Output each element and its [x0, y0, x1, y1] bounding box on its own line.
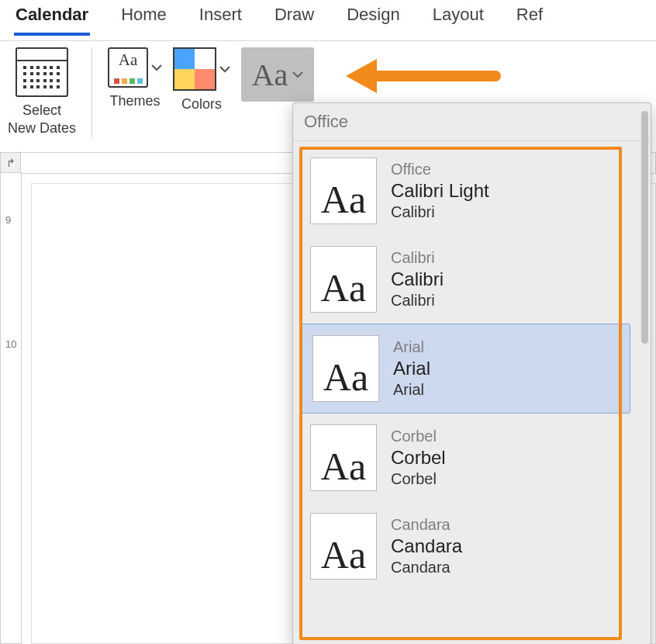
font-body-name: Calibri — [391, 292, 444, 310]
font-body-name: Arial — [393, 381, 430, 399]
themes-group: Aa Themes — [108, 47, 162, 110]
ruler-mark: 10 — [5, 338, 16, 350]
themes-label: Themes — [110, 92, 161, 110]
tab-layout[interactable]: Layout — [431, 5, 485, 33]
ruler-corner[interactable]: ↱ — [0, 152, 22, 174]
tab-insert[interactable]: Insert — [198, 5, 243, 33]
font-scheme-name: Arial — [393, 338, 430, 356]
fonts-dropdown-header: Office — [293, 103, 651, 141]
annotation-arrow — [346, 59, 501, 93]
font-heading-name: Calibri Light — [391, 180, 489, 202]
colors-button[interactable] — [173, 47, 230, 91]
font-swatch-icon: Aa — [310, 158, 377, 224]
font-swatch-icon: Aa — [310, 246, 377, 313]
font-option-arial[interactable]: AaArialArialArial — [301, 324, 630, 414]
select-new-dates-button[interactable] — [16, 47, 68, 97]
select-new-dates-label: SelectNew Dates — [8, 102, 76, 137]
ribbon-tabs: Calendar Home Insert Draw Design Layout … — [0, 0, 656, 41]
font-body-name: Candara — [391, 559, 462, 576]
chevron-down-icon — [219, 65, 230, 73]
tab-design[interactable]: Design — [345, 5, 401, 33]
font-option-corbel[interactable]: AaCorbelCorbelCorbel — [299, 414, 632, 502]
font-option-candara[interactable]: AaCandaraCandaraCandara — [299, 502, 632, 590]
tab-references[interactable]: Ref — [515, 5, 544, 33]
fonts-icon: Aa — [252, 57, 288, 93]
font-heading-name: Calibri — [391, 268, 444, 290]
font-scheme-name: Office — [391, 161, 489, 178]
font-scheme-name: Candara — [391, 516, 462, 534]
font-scheme-name: Calibri — [391, 249, 444, 267]
font-heading-name: Candara — [391, 535, 462, 557]
colors-label: Colors — [181, 95, 222, 113]
colors-icon — [173, 47, 216, 91]
font-body-name: Calibri — [391, 203, 489, 221]
font-heading-name: Corbel — [391, 447, 446, 469]
ruler-mark: 9 — [5, 214, 11, 226]
tab-draw[interactable]: Draw — [273, 5, 316, 33]
font-swatch-icon: Aa — [312, 335, 379, 402]
chevron-down-icon — [151, 64, 162, 71]
tab-calendar[interactable]: Calendar — [14, 5, 90, 36]
colors-group: Colors — [173, 47, 230, 113]
vertical-ruler[interactable]: 9 10 — [0, 172, 22, 644]
select-new-dates-group: SelectNew Dates — [8, 47, 76, 137]
font-body-name: Corbel — [391, 470, 446, 488]
font-heading-name: Arial — [393, 358, 430, 379]
font-swatch-icon: Aa — [310, 513, 377, 580]
font-option-calibri[interactable]: AaCalibriCalibriCalibri — [299, 235, 632, 324]
fonts-button[interactable]: Aa — [241, 47, 314, 102]
font-scheme-name: Corbel — [391, 428, 446, 445]
fonts-dropdown: Office AaOfficeCalibri LightCalibriAaCal… — [292, 102, 651, 644]
fonts-group: Aa — [241, 47, 314, 102]
scrollbar-thumb[interactable] — [641, 111, 648, 344]
themes-button[interactable]: Aa — [108, 47, 162, 88]
font-swatch-icon: Aa — [310, 424, 377, 491]
font-option-office[interactable]: AaOfficeCalibri LightCalibri — [299, 147, 632, 235]
calendar-icon — [16, 47, 68, 97]
themes-icon: Aa — [108, 47, 148, 88]
chevron-down-icon — [292, 68, 303, 81]
tab-home[interactable]: Home — [119, 5, 168, 33]
fonts-list: AaOfficeCalibri LightCalibriAaCalibriCal… — [299, 147, 632, 639]
separator — [91, 47, 92, 139]
